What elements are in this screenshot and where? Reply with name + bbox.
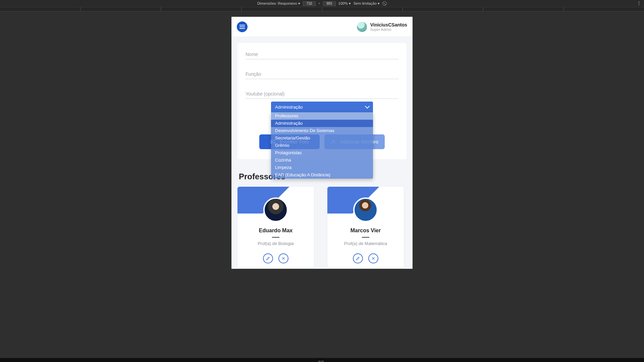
edit-button[interactable]: [263, 253, 273, 263]
professor-name: Marcos Vier: [351, 228, 381, 234]
chevron-down-icon: [365, 104, 370, 109]
user-name: ViniciusCSantos: [370, 22, 407, 27]
pencil-icon: [356, 256, 360, 261]
pencil-icon: [266, 256, 270, 261]
device-width-input[interactable]: [303, 1, 316, 6]
professor-card: Eduardo Max Prof(a) de Biologia: [237, 187, 314, 268]
user-text: ViniciusCSantos Super Admin: [370, 22, 407, 32]
nome-input[interactable]: [246, 49, 398, 59]
hamburger-menu-button[interactable]: [237, 21, 248, 32]
kebab-menu-icon[interactable]: ⋮: [637, 1, 641, 5]
edit-button[interactable]: [353, 253, 363, 263]
option-limpeza[interactable]: Limpeza: [271, 164, 373, 171]
delete-button[interactable]: [368, 253, 378, 263]
option-ead[interactable]: EAD (Educação A Distância): [271, 171, 373, 179]
user-role: Super Admin: [370, 27, 391, 32]
zoom-dropdown[interactable]: 100% ▾: [338, 1, 351, 6]
option-professores[interactable]: Professores: [271, 112, 373, 120]
field-youtube: [246, 88, 398, 99]
device-stage: ViniciusCSantos Super Admin: [0, 11, 644, 358]
devtools-ruler: [0, 7, 644, 11]
app-body: Administração Professores Administração …: [231, 37, 413, 269]
app-header: ViniciusCSantos Super Admin: [231, 17, 413, 37]
field-funcao: [246, 69, 398, 79]
device-height-input[interactable]: [323, 1, 336, 6]
category-dropdown-list: Professores Administração Desenvolviment…: [271, 112, 373, 179]
devtools-responsive-bar: Dimensões: Responsivo ▾ × 100% ▾ Sem lim…: [0, 0, 644, 7]
card-separator: [272, 237, 279, 238]
add-member-form-card: Administração Professores Administração …: [237, 43, 407, 159]
devtools-controls: Dimensões: Responsivo ▾ × 100% ▾ Sem lim…: [257, 1, 387, 6]
card-actions: [263, 253, 288, 263]
funcao-input[interactable]: [246, 69, 398, 79]
close-icon: [371, 256, 376, 261]
youtube-input[interactable]: [246, 88, 398, 99]
field-nome: [246, 49, 398, 59]
throttle-dropdown[interactable]: Sem limitação ▾: [354, 1, 380, 6]
professor-card: Marcos Vier Prof(a) de Matemática: [327, 187, 404, 268]
option-administracao[interactable]: Administração: [271, 120, 373, 127]
hamburger-icon: [239, 26, 245, 27]
category-select-button[interactable]: Administração: [271, 102, 373, 112]
option-gremio[interactable]: Grêmio: [271, 142, 373, 149]
dimensions-label[interactable]: Dimensões: Responsivo ▾: [257, 1, 300, 6]
professor-role: Prof(a) de Matemática: [344, 241, 387, 246]
option-dev-sistemas[interactable]: Desenvolvimento De Sistemas: [271, 127, 373, 134]
card-separator: [362, 237, 369, 238]
delete-button[interactable]: [278, 253, 288, 263]
current-user-block[interactable]: ViniciusCSantos Super Admin: [357, 22, 407, 32]
device-height-drag-handle[interactable]: ══: [318, 359, 326, 361]
no-orientation-icon[interactable]: [382, 1, 387, 6]
category-select-value: Administração: [275, 105, 303, 110]
dimensions-x: ×: [318, 2, 320, 5]
responsive-device-frame: ViniciusCSantos Super Admin: [231, 17, 413, 269]
professor-name: Eduardo Max: [259, 228, 292, 234]
professors-row: Eduardo Max Prof(a) de Biologia: [237, 187, 407, 268]
option-cozinha[interactable]: Cozinha: [271, 157, 373, 164]
card-actions: [353, 253, 378, 263]
close-icon: [281, 256, 286, 261]
option-protagonistas[interactable]: Protagonistas: [271, 149, 373, 157]
avatar: [357, 22, 367, 32]
professor-photo: [353, 197, 378, 222]
category-select-wrap: Administração Professores Administração …: [246, 102, 398, 112]
category-select: Administração Professores Administração …: [271, 102, 373, 112]
professor-role: Prof(a) de Biologia: [258, 241, 294, 246]
professor-photo: [263, 197, 288, 222]
option-secretaria[interactable]: Secretaria/Gestão: [271, 134, 373, 142]
